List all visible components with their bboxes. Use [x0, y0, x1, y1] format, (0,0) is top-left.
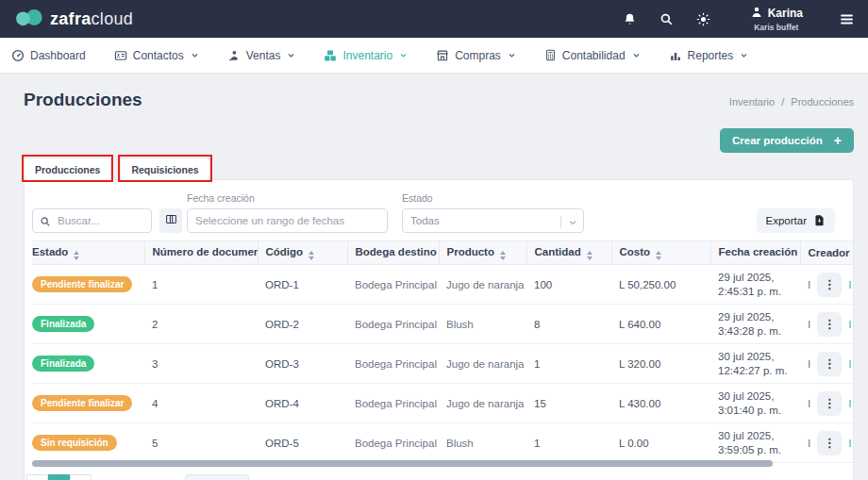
- store-icon: [436, 49, 449, 62]
- table-header-row: EstadoNúmero de documentoCódigoBodega de…: [32, 241, 854, 265]
- pagination-page-1-button[interactable]: [48, 474, 70, 480]
- cell-codigo: ORD-1: [258, 265, 347, 305]
- column-header-fecha-creación[interactable]: Fecha creación: [710, 241, 800, 265]
- tab-producciones[interactable]: Producciones: [24, 157, 111, 180]
- brand-logo: zafracloud: [13, 8, 133, 31]
- estado-filter: Estado Todas: [402, 192, 584, 233]
- chevron-down-icon: [632, 51, 641, 59]
- cell-creador: I ⋮ I: [808, 391, 854, 416]
- cell-creador: I ⋮ I: [808, 431, 854, 455]
- nav-item-compras[interactable]: Compras: [436, 49, 516, 62]
- nav-item-inventario[interactable]: Inventario: [324, 49, 408, 62]
- cell-costo: L 0.00: [611, 423, 710, 463]
- breadcrumb-parent[interactable]: Inventario: [729, 96, 775, 108]
- nav-item-contabilidad[interactable]: Contabilidad: [544, 49, 641, 62]
- column-header-bodega-destino[interactable]: Bodega destino: [347, 241, 439, 265]
- filters-bar: Fecha creación Estado Todas Exportar: [32, 188, 845, 233]
- horizontal-scrollbar[interactable]: [32, 460, 773, 467]
- column-header-creador[interactable]: Creador: [800, 241, 854, 265]
- creator-partial-text: I: [808, 319, 810, 330]
- nav-item-ventas[interactable]: Ventas: [227, 49, 296, 62]
- table-row: Finalizada 3 ORD-3 Bodega Principal Jugo…: [32, 344, 854, 384]
- cell-costo: L 430.00: [611, 384, 710, 423]
- tab-requisiciones[interactable]: Requisiciones: [120, 157, 209, 180]
- sun-icon[interactable]: [696, 12, 710, 26]
- cell-bodega: Bodega Principal: [347, 384, 439, 423]
- nav-item-label: Reportes: [688, 49, 734, 62]
- nav-item-contactos[interactable]: Contactos: [114, 49, 199, 62]
- productions-panel: Fecha creación Estado Todas Exportar: [24, 179, 854, 480]
- cell-codigo: ORD-4: [258, 384, 347, 423]
- breadcrumb: Inventario / Producciones: [726, 96, 854, 108]
- creator-partial-text: I: [808, 358, 810, 370]
- column-header-estado[interactable]: Estado: [32, 241, 144, 265]
- columns-icon: [165, 213, 177, 228]
- chart-icon: [669, 49, 682, 62]
- chevron-down-icon: [560, 216, 577, 228]
- user-menu[interactable]: Karina Karis buffet: [750, 6, 803, 33]
- creator-partial-text: I: [808, 279, 810, 290]
- nav-item-dashboard[interactable]: Dashboard: [11, 49, 86, 62]
- fecha-creacion-label: Fecha creación: [187, 192, 388, 204]
- cell-cantidad: 8: [526, 305, 611, 344]
- cell-creador: I ⋮ I: [808, 312, 854, 337]
- page-size-select[interactable]: [185, 474, 249, 480]
- breadcrumb-current: Producciones: [791, 96, 854, 108]
- column-header-producto[interactable]: Producto: [439, 241, 526, 265]
- main-nav: DashboardContactosVentasInventarioCompra…: [0, 38, 868, 74]
- menu-icon[interactable]: [839, 11, 855, 27]
- column-header-número-de-documento[interactable]: Número de documento: [144, 241, 258, 265]
- table-row: Pendiente finalizar 4 ORD-4 Bodega Princ…: [32, 384, 854, 423]
- breadcrumb-separator: /: [781, 96, 784, 108]
- row-actions-kebab-icon[interactable]: ⋮: [817, 312, 842, 337]
- search-icon[interactable]: [659, 12, 674, 26]
- creator-partial-text: I: [848, 438, 851, 449]
- cell-numero: 1: [144, 265, 258, 305]
- productions-table: EstadoNúmero de documentoCódigoBodega de…: [32, 240, 853, 463]
- row-actions-kebab-icon[interactable]: ⋮: [817, 352, 842, 376]
- chevron-down-icon: [191, 51, 199, 59]
- cell-producto: Blush: [439, 423, 526, 463]
- create-production-button[interactable]: Crear producción +: [720, 128, 854, 153]
- estado-select[interactable]: Todas: [402, 208, 584, 233]
- row-actions-kebab-icon[interactable]: ⋮: [817, 431, 842, 455]
- column-header-cantidad[interactable]: Cantidad: [526, 241, 611, 265]
- creator-partial-text: I: [808, 398, 810, 409]
- pagination-next-button[interactable]: [70, 474, 92, 480]
- creator-partial-text: I: [848, 279, 851, 290]
- pagination-prev-button[interactable]: [26, 474, 48, 480]
- page-title: Producciones: [24, 90, 142, 110]
- columns-toggle-button[interactable]: [159, 208, 182, 233]
- user-name: Karina: [768, 8, 803, 21]
- calculator-icon: [544, 49, 557, 61]
- cell-bodega: Bodega Principal: [347, 265, 439, 305]
- date-range-input[interactable]: [187, 208, 388, 233]
- cell-codigo: ORD-2: [258, 305, 347, 344]
- plus-icon: +: [834, 133, 842, 148]
- nav-item-label: Dashboard: [30, 49, 86, 62]
- search-icon: [40, 214, 51, 231]
- nav-item-reportes[interactable]: Reportes: [669, 49, 749, 62]
- cell-fecha: 29 jul 2025, 3:43:28 p. m.: [710, 305, 800, 344]
- bell-icon[interactable]: [623, 12, 637, 26]
- column-header-código[interactable]: Código: [258, 241, 347, 265]
- column-header-costo[interactable]: Costo: [611, 241, 710, 265]
- cell-producto: Jugo de naranja: [439, 265, 526, 305]
- cell-fecha: 30 jul 2025, 3:59:05 p. m.: [710, 423, 800, 463]
- row-actions-kebab-icon[interactable]: ⋮: [817, 273, 842, 297]
- sort-icon: [587, 251, 593, 260]
- chevron-down-icon: [508, 51, 516, 59]
- cell-bodega: Bodega Principal: [347, 305, 439, 344]
- creator-partial-text: I: [848, 319, 851, 330]
- gauge-icon: [11, 49, 25, 62]
- table-row: Finalizada 2 ORD-2 Bodega Principal Blus…: [32, 305, 854, 344]
- export-button[interactable]: Exportar: [757, 208, 835, 233]
- creator-partial-text: I: [808, 438, 810, 449]
- row-actions-kebab-icon[interactable]: ⋮: [817, 391, 842, 416]
- cell-producto: Jugo de naranja: [439, 344, 526, 384]
- sort-icon: [309, 251, 314, 260]
- date-filter: Fecha creación: [187, 192, 388, 233]
- creator-partial-text: I: [848, 398, 851, 409]
- chevron-down-icon: [399, 51, 408, 59]
- status-badge: Finalizada: [32, 356, 94, 372]
